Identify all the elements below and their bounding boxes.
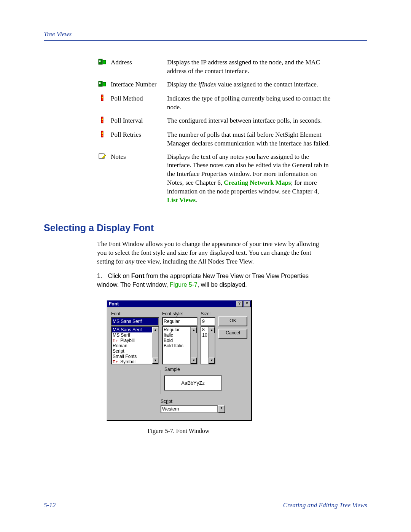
list-item[interactable]: Roman — [112, 343, 158, 348]
table-row: Interface Number Display the ifIndex val… — [97, 78, 334, 92]
description: Indicates the type of polling currently … — [167, 92, 334, 114]
sample-group: Sample AaBbYyZz — [161, 370, 225, 394]
description: The configured interval between interfac… — [167, 114, 334, 128]
link-list-views[interactable]: List Views — [167, 197, 196, 204]
scrollbar[interactable]: ▴ ▾ — [152, 327, 158, 364]
term: Poll Retries — [111, 128, 167, 150]
list-item[interactable]: MS Serif — [112, 332, 158, 338]
svg-rect-8 — [100, 82, 101, 83]
term: Notes — [111, 150, 167, 208]
svg-rect-5 — [103, 60, 106, 64]
size-listbox[interactable]: 8 10 ▴ ▾ — [201, 326, 215, 364]
table-row: Address Displays the IP address assigned… — [97, 56, 334, 78]
page-header: Tree Views — [44, 30, 367, 38]
svg-rect-14 — [102, 97, 103, 98]
table-row: Poll Interval The configured interval be… — [97, 114, 334, 128]
term: Poll Interval — [111, 114, 167, 128]
dialog-title: Font — [109, 301, 119, 307]
term: Interface Number — [111, 78, 167, 92]
list-item[interactable]: Script — [112, 348, 158, 354]
svg-rect-18 — [102, 119, 103, 120]
step-item: 1. Click on Font from the appropriate Ne… — [97, 272, 325, 289]
flag-icon — [98, 94, 107, 101]
svg-rect-10 — [100, 83, 101, 84]
font-style-input[interactable]: Regular — [162, 317, 198, 326]
figure-reference[interactable]: Figure 5-7 — [170, 281, 198, 288]
size-input[interactable]: 9 — [201, 317, 215, 326]
svg-rect-21 — [102, 132, 103, 133]
cancel-button[interactable]: Cancel — [218, 329, 247, 339]
font-dialog: Font ? × Font: MS Sans Serif MS Sans Ser… — [107, 300, 252, 421]
table-row: Notes Displays the text of any notes you… — [97, 150, 334, 208]
scroll-down-icon[interactable]: ▾ — [209, 358, 215, 364]
scroll-up-icon[interactable]: ▴ — [152, 327, 158, 333]
svg-rect-13 — [102, 96, 103, 96]
svg-rect-1 — [99, 60, 100, 61]
font-label: Font: — [111, 311, 159, 316]
size-label: Size: — [201, 311, 215, 316]
description: Displays the IP address assigned to the … — [167, 56, 334, 78]
scroll-down-icon[interactable]: ▾ — [191, 358, 197, 364]
svg-rect-4 — [100, 61, 101, 62]
table-row: Poll Method Indicates the type of pollin… — [97, 92, 334, 114]
footer-section: Creating and Editing Tree Views — [283, 502, 367, 509]
scroll-down-icon[interactable]: ▾ — [152, 358, 158, 364]
sample-label: Sample — [163, 367, 181, 372]
help-button[interactable]: ? — [236, 301, 243, 307]
svg-rect-23 — [102, 135, 103, 136]
body-paragraph: The Font Window allows you to change the… — [97, 240, 325, 266]
definitions-table: Address Displays the IP address assigned… — [97, 56, 334, 207]
list-item[interactable]: Tr Playbill — [112, 338, 158, 343]
dialog-titlebar[interactable]: Font ? × — [107, 300, 251, 307]
script-select[interactable]: Western — [161, 405, 218, 413]
close-button[interactable]: × — [244, 301, 250, 307]
table-row: Poll Retries The number of polls that mu… — [97, 128, 334, 150]
section-heading: Selecting a Display Font — [44, 222, 367, 233]
ok-button[interactable]: OK — [218, 316, 247, 326]
svg-rect-11 — [103, 82, 106, 86]
node-icon — [98, 58, 107, 65]
svg-rect-9 — [99, 83, 100, 84]
scroll-up-icon[interactable]: ▴ — [209, 327, 215, 333]
footer-rule — [44, 499, 367, 499]
scroll-up-icon[interactable]: ▴ — [191, 327, 197, 333]
font-listbox[interactable]: MS Sans Serif MS Serif Tr Playbill Roman… — [111, 326, 159, 364]
flag-icon — [98, 117, 107, 123]
link-creating-network-maps[interactable]: Creating Network Maps — [224, 179, 291, 186]
notes-icon — [98, 153, 107, 160]
scrollbar[interactable]: ▴ ▾ — [190, 327, 197, 364]
svg-rect-22 — [102, 133, 103, 134]
description: The number of polls that must fail befor… — [167, 128, 334, 150]
font-style-label: Font style: — [162, 311, 198, 316]
script-label: Script: — [161, 399, 225, 404]
list-item[interactable]: MS Sans Serif — [112, 327, 158, 332]
svg-rect-2 — [100, 60, 101, 61]
header-rule — [44, 40, 367, 41]
term: Address — [111, 56, 167, 78]
dropdown-icon[interactable]: ▼ — [218, 405, 225, 413]
sample-preview: AaBbYyZz — [164, 375, 222, 391]
scrollbar[interactable]: ▴ ▾ — [208, 327, 215, 364]
svg-rect-7 — [99, 82, 100, 83]
term: Poll Method — [111, 92, 167, 114]
list-item[interactable]: Small Fonts — [112, 354, 158, 359]
svg-rect-19 — [102, 121, 103, 121]
svg-rect-17 — [102, 118, 103, 118]
page-number: 5-12 — [44, 502, 56, 509]
font-style-listbox[interactable]: Regular Italic Bold Bold Italic ▴ ▾ — [162, 326, 198, 364]
description: Displays the text of any notes you have … — [167, 150, 334, 208]
list-item[interactable]: Tr Symbol — [112, 359, 158, 364]
figure-caption: Figure 5-7. Font Window — [107, 428, 250, 435]
description: Display the ifIndex value assigned to th… — [167, 78, 334, 92]
node-icon — [98, 80, 107, 87]
flag-icon — [98, 131, 107, 137]
svg-rect-3 — [99, 61, 100, 62]
page-footer: 5-12 Creating and Editing Tree Views — [44, 499, 367, 509]
svg-rect-15 — [102, 99, 103, 99]
font-input[interactable]: MS Sans Serif — [111, 317, 159, 326]
